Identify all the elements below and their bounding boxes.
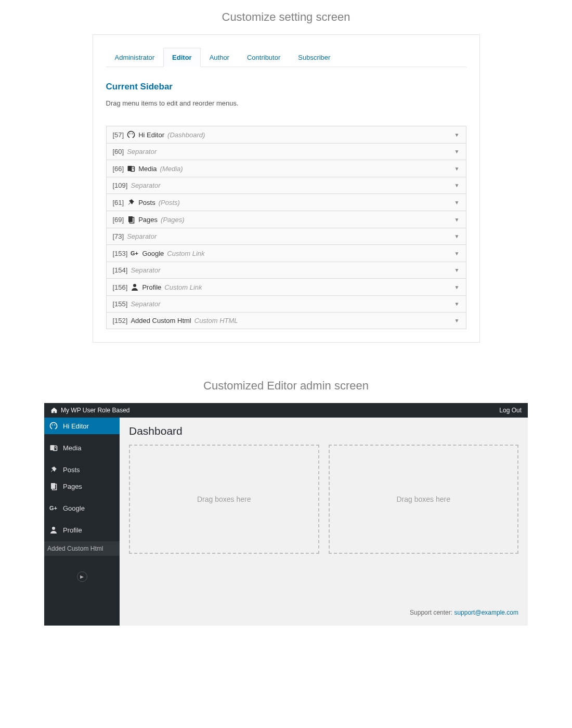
topbar-site-link[interactable]: My WP User Role Based <box>61 407 130 414</box>
menu-id: [57] <box>113 131 124 139</box>
chevron-down-icon[interactable]: ▼ <box>454 233 460 239</box>
menu-id: [73] <box>113 232 124 240</box>
menu-id: [153] <box>113 250 128 257</box>
admin-topbar: My WP User Role Based Log Out <box>44 403 528 418</box>
sidebar-item-posts[interactable]: Posts <box>44 461 120 478</box>
menu-row[interactable]: [69] Pages (Pages)▼ <box>107 211 466 228</box>
chevron-down-icon[interactable]: ▼ <box>454 183 460 188</box>
menu-meta: Separator <box>131 300 160 308</box>
menu-row[interactable]: [155] Separator▼ <box>107 296 466 313</box>
tab-contributor[interactable]: Contributor <box>238 48 289 67</box>
menu-row[interactable]: [152] Added Custom Html Custom HTML▼ <box>107 313 466 329</box>
menu-id: [155] <box>113 300 128 308</box>
smile-icon <box>127 131 135 139</box>
tab-editor[interactable]: Editor <box>163 48 201 67</box>
menu-row[interactable]: [153] Google Custom Link▼ <box>107 245 466 262</box>
pages-icon <box>127 215 135 224</box>
menu-meta: (Dashboard) <box>167 131 205 139</box>
gplus-icon <box>131 249 139 257</box>
sidebar-item-pages[interactable]: Pages <box>44 478 120 495</box>
logout-link[interactable]: Log Out <box>499 407 522 414</box>
chevron-down-icon[interactable]: ▼ <box>454 217 460 223</box>
sidebar-separator <box>44 434 120 439</box>
sidebar-item-label: Posts <box>63 466 80 474</box>
support-prefix: Support center: <box>410 609 454 616</box>
home-icon[interactable] <box>50 407 58 414</box>
pin-icon <box>49 465 58 474</box>
menu-meta: Custom Link <box>167 250 204 257</box>
menu-row[interactable]: [57] Hi Editor (Dashboard)▼ <box>107 126 466 144</box>
menu-row[interactable]: [154] Separator▼ <box>107 262 466 279</box>
sidebar-separator <box>44 456 120 461</box>
media-icon <box>49 444 58 452</box>
tab-author[interactable]: Author <box>201 48 238 67</box>
chevron-down-icon[interactable]: ▼ <box>454 166 460 172</box>
menu-id: [152] <box>113 317 128 324</box>
chevron-down-icon[interactable]: ▼ <box>454 318 460 323</box>
media-icon <box>127 164 135 173</box>
section1-title: Customize setting screen <box>0 10 572 24</box>
sidebar-item-label: Pages <box>63 483 82 490</box>
gplus-icon <box>49 504 58 512</box>
menu-meta: (Pages) <box>161 216 185 224</box>
menu-label: Media <box>138 165 157 173</box>
chevron-down-icon[interactable]: ▼ <box>454 267 460 273</box>
menu-label: Added Custom Html <box>131 317 191 324</box>
support-email-link[interactable]: support@example.com <box>454 609 518 616</box>
settings-panel: AdministratorEditorAuthorContributorSubs… <box>93 34 480 343</box>
menu-id: [109] <box>113 181 128 189</box>
admin-shell: My WP User Role Based Log Out Hi EditorM… <box>44 403 528 626</box>
support-footer: Support center: support@example.com <box>129 557 518 616</box>
pages-icon <box>49 482 58 490</box>
menu-row[interactable]: [66] Media (Media)▼ <box>107 160 466 177</box>
tab-administrator[interactable]: Administrator <box>106 48 164 67</box>
sidebar-item-hi-editor[interactable]: Hi Editor <box>44 418 120 434</box>
pin-icon <box>127 198 135 206</box>
sidebar-item-label: Google <box>63 504 85 512</box>
menu-row[interactable]: [156] Profile Custom Link▼ <box>107 279 466 296</box>
collapse-sidebar-button[interactable]: ▶ <box>44 571 120 582</box>
menu-id: [66] <box>113 165 124 173</box>
menu-meta: Separator <box>131 266 160 274</box>
current-sidebar-help: Drag menu items to edit and reorder menu… <box>106 99 466 107</box>
chevron-down-icon[interactable]: ▼ <box>454 200 460 205</box>
dashboard-dropzone-left[interactable]: Drag boxes here <box>129 445 319 554</box>
menu-id: [69] <box>113 216 124 224</box>
menu-meta: (Posts) <box>159 199 180 206</box>
sidebar-item-google[interactable]: Google <box>44 500 120 516</box>
menu-id: [61] <box>113 199 124 206</box>
dashboard-dropzone-right[interactable]: Drag boxes here <box>329 445 519 554</box>
menu-label: Google <box>142 250 164 257</box>
user-icon <box>49 526 58 534</box>
menu-item-list: [57] Hi Editor (Dashboard)▼[60] Separato… <box>106 126 466 329</box>
admin-content: Dashboard Drag boxes here Drag boxes her… <box>120 418 528 626</box>
menu-label: Posts <box>138 199 155 206</box>
sidebar-item-added-custom-html[interactable]: Added Custom Html <box>44 541 120 556</box>
menu-row[interactable]: [60] Separator▼ <box>107 144 466 160</box>
menu-meta: Separator <box>127 148 157 155</box>
sidebar-item-label: Media <box>63 444 81 452</box>
chevron-down-icon[interactable]: ▼ <box>454 251 460 256</box>
chevron-down-icon[interactable]: ▼ <box>454 301 460 307</box>
admin-sidebar: Hi EditorMediaPostsPagesGoogleProfileAdd… <box>44 418 120 626</box>
chevron-down-icon[interactable]: ▼ <box>454 149 460 154</box>
menu-meta: Separator <box>127 232 157 240</box>
current-sidebar-heading: Current Sidebar <box>106 82 466 92</box>
sidebar-item-profile[interactable]: Profile <box>44 522 120 538</box>
sidebar-item-media[interactable]: Media <box>44 439 120 456</box>
sidebar-separator <box>44 516 120 522</box>
chevron-down-icon[interactable]: ▼ <box>454 132 460 138</box>
sidebar-item-label: Hi Editor <box>63 422 89 430</box>
menu-id: [60] <box>113 148 124 155</box>
tab-subscriber[interactable]: Subscriber <box>289 48 339 67</box>
menu-id: [154] <box>113 266 128 274</box>
menu-meta: (Media) <box>160 165 183 173</box>
menu-row[interactable]: [109] Separator▼ <box>107 177 466 194</box>
user-icon <box>131 283 139 291</box>
role-tabs: AdministratorEditorAuthorContributorSubs… <box>106 48 466 67</box>
chevron-down-icon[interactable]: ▼ <box>454 284 460 290</box>
sidebar-item-label: Profile <box>63 526 82 534</box>
menu-row[interactable]: [73] Separator▼ <box>107 228 466 245</box>
page-title: Dashboard <box>129 425 518 437</box>
menu-row[interactable]: [61] Posts (Posts)▼ <box>107 194 466 211</box>
